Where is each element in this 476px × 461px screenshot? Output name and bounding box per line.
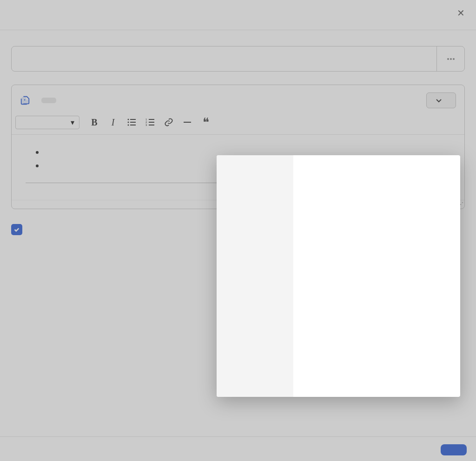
shortcodes-popover bbox=[217, 155, 460, 397]
svg-rect-12 bbox=[149, 125, 154, 125]
modal-footer bbox=[0, 436, 476, 461]
bullet-list-button[interactable] bbox=[122, 115, 141, 130]
close-icon[interactable]: ✕ bbox=[457, 7, 465, 19]
numbered-list-button[interactable]: 123 bbox=[141, 115, 159, 130]
tab-text[interactable] bbox=[64, 98, 79, 103]
enable-email-checkbox[interactable] bbox=[11, 224, 22, 235]
svg-rect-10 bbox=[149, 119, 154, 120]
shortcode-category-nav bbox=[217, 155, 293, 397]
format-select[interactable]: ▾ bbox=[15, 116, 79, 129]
svg-rect-5 bbox=[130, 122, 136, 123]
check-icon bbox=[13, 226, 20, 233]
modal-header: ✕ bbox=[0, 0, 476, 30]
svg-text:3: 3 bbox=[145, 124, 147, 126]
editor-toolbar: ▾ B I 123 ❝ bbox=[12, 113, 464, 135]
subject-row bbox=[11, 46, 465, 72]
svg-point-0 bbox=[24, 99, 26, 101]
italic-button[interactable]: I bbox=[104, 115, 122, 130]
bold-button[interactable]: B bbox=[85, 115, 104, 130]
svg-point-1 bbox=[128, 119, 129, 120]
save-button[interactable] bbox=[441, 444, 467, 455]
svg-rect-4 bbox=[130, 119, 136, 120]
svg-rect-11 bbox=[149, 122, 154, 123]
tab-visual[interactable] bbox=[41, 98, 56, 103]
svg-point-3 bbox=[128, 125, 129, 126]
svg-rect-6 bbox=[130, 125, 136, 125]
media-icon bbox=[20, 95, 30, 105]
hr-button[interactable] bbox=[178, 115, 197, 130]
svg-point-2 bbox=[128, 122, 129, 123]
add-media-button[interactable] bbox=[20, 95, 34, 105]
svg-rect-13 bbox=[184, 122, 191, 123]
blockquote-button[interactable]: ❝ bbox=[197, 115, 215, 130]
subject-more-button[interactable] bbox=[436, 46, 464, 71]
subject-input[interactable] bbox=[12, 46, 436, 71]
shortcode-list bbox=[293, 155, 460, 397]
caret-down-icon: ▾ bbox=[71, 118, 74, 127]
link-button[interactable] bbox=[159, 115, 178, 130]
add-shortcodes-button[interactable] bbox=[426, 92, 456, 108]
chevron-down-icon bbox=[435, 97, 443, 104]
